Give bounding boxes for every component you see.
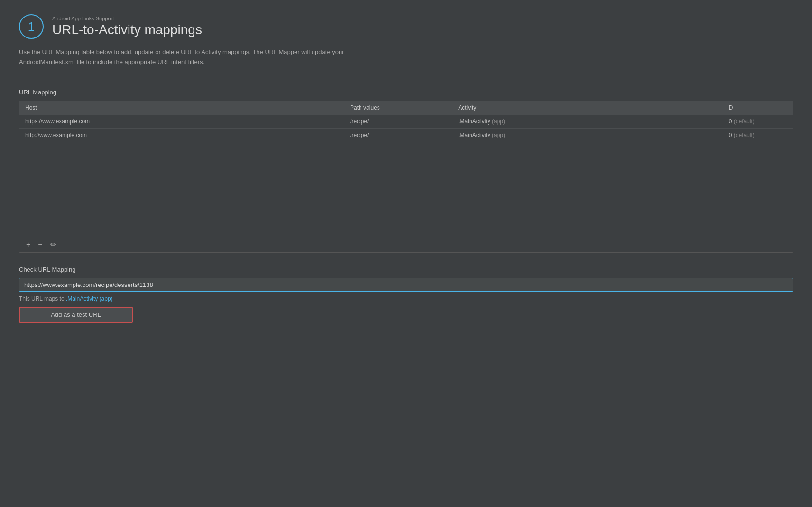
url-mapping-section: URL Mapping Host Path values Activity <box>19 89 793 253</box>
cell-path: /recipe/ <box>344 114 452 128</box>
cell-d: 0 (default) <box>723 128 793 142</box>
cell-host: https://www.example.com <box>19 114 344 128</box>
remove-row-button[interactable]: − <box>36 240 44 249</box>
add-test-url-button[interactable]: Add as a test URL <box>19 307 133 323</box>
section-divider <box>19 77 793 77</box>
check-url-section: Check URL Mapping This URL maps to .Main… <box>19 266 793 323</box>
step-number: 1 <box>28 19 35 34</box>
url-mapping-table-wrapper: Host Path values Activity D <box>19 101 793 253</box>
table-row[interactable]: http://www.example.com /recipe/ .MainAct… <box>19 128 793 142</box>
header-section: 1 Android App Links Support URL-to-Activ… <box>19 14 793 39</box>
table-row[interactable]: https://www.example.com /recipe/ .MainAc… <box>19 114 793 128</box>
header-subtitle: Android App Links Support <box>52 16 202 21</box>
cell-host: http://www.example.com <box>19 128 344 142</box>
header-text: Android App Links Support URL-to-Activit… <box>52 16 202 37</box>
cell-d: 0 (default) <box>723 114 793 128</box>
col-header-d: D <box>723 101 793 115</box>
add-row-button[interactable]: + <box>24 240 32 249</box>
col-header-activity: Activity <box>452 101 723 115</box>
add-test-btn-wrapper: Add as a test URL <box>19 307 133 323</box>
col-header-host: Host <box>19 101 344 115</box>
table-toolbar: + − ✏ <box>19 237 793 252</box>
cell-activity: .MainActivity (app) <box>452 128 723 142</box>
maps-to-link[interactable]: .MainActivity (app) <box>66 295 113 302</box>
description-text: Use the URL Mapping table below to add, … <box>19 47 379 67</box>
url-input-wrapper <box>19 278 793 292</box>
table-header-row: Host Path values Activity D <box>19 101 793 115</box>
url-mapping-table: Host Path values Activity D <box>19 101 793 142</box>
table-empty-area <box>19 142 793 237</box>
url-mapping-title: URL Mapping <box>19 89 793 96</box>
check-url-input[interactable] <box>19 278 793 292</box>
col-header-path: Path values <box>344 101 452 115</box>
check-url-title: Check URL Mapping <box>19 266 793 273</box>
cell-activity: .MainActivity (app) <box>452 114 723 128</box>
edit-row-button[interactable]: ✏ <box>48 240 58 249</box>
maps-to-text: This URL maps to .MainActivity (app) <box>19 295 793 302</box>
cell-path: /recipe/ <box>344 128 452 142</box>
maps-to-prefix: This URL maps to <box>19 295 66 302</box>
main-container: 1 Android App Links Support URL-to-Activ… <box>0 0 812 337</box>
page-title: URL-to-Activity mappings <box>52 22 202 37</box>
step-circle: 1 <box>19 14 44 39</box>
